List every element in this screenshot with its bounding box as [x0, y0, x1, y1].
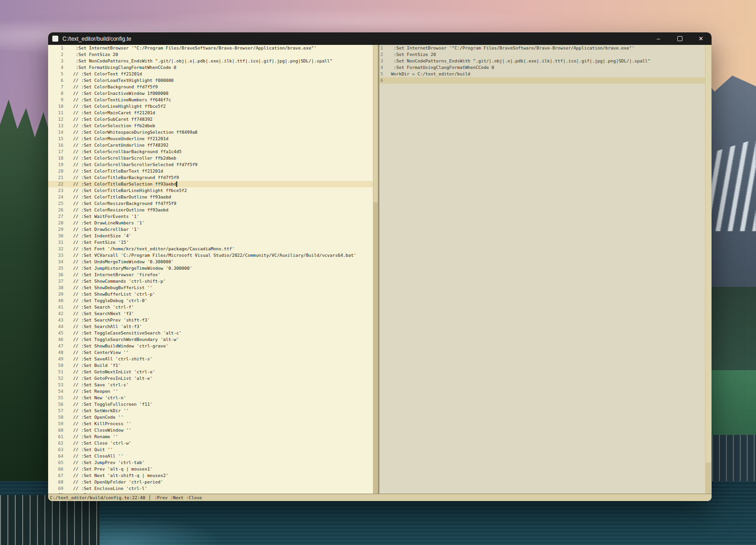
- code-line[interactable]: 63// :Set Quit '': [48, 446, 373, 453]
- code-line[interactable]: 43// :Set SearchPrev 'shift-f3': [48, 317, 373, 323]
- code-line[interactable]: 52// :Set GotoPrevInList 'alt-e': [48, 375, 373, 382]
- code-line[interactable]: 39// :Set ShowBufferList 'ctrl-p': [48, 291, 373, 297]
- code-line[interactable]: 6// :Set ColorLoadTextHighlight f000000: [48, 77, 373, 84]
- code-line[interactable]: 55// :Set New 'ctrl-n': [48, 395, 373, 401]
- code-line[interactable]: 41// :Set Search 'ctrl-f': [48, 304, 373, 310]
- maximize-button[interactable]: [669, 32, 690, 45]
- code-line[interactable]: 50// :Set Build 'f1': [48, 362, 373, 369]
- code-line[interactable]: 36// :Set InternetBrowser 'firefox': [48, 272, 373, 278]
- code-line[interactable]: 6: [379, 77, 705, 84]
- code-line[interactable]: 10// :Set ColorLineHighlight ffbce5f2: [48, 103, 373, 110]
- code-line[interactable]: 3 :Set NonCodePatterns_EndsWith ".git/|.…: [48, 58, 373, 64]
- status-actions[interactable]: :Prev :Next :Close: [155, 495, 202, 500]
- code-line[interactable]: 60// :Set CloseWindow '': [48, 427, 373, 434]
- code-line[interactable]: 44// :Set SearchAll 'alt-f3': [48, 323, 373, 330]
- code-line[interactable]: 13// :Set ColorSelection ffb2dbeb: [48, 123, 373, 129]
- code-line[interactable]: 1 :Set InternetBrowser '"C:/Program File…: [48, 45, 373, 51]
- code-line[interactable]: 65// :Set JumpPrev 'ctrl-tab': [48, 459, 373, 466]
- code-line[interactable]: 15// :Set ColorMouseUnderline ff21201d: [48, 136, 373, 142]
- code-line[interactable]: 57// :Set SetWorkDir '': [48, 408, 373, 414]
- line-text: // :Set ColorTitleBarOutline ff93aebd: [73, 194, 171, 200]
- line-text: // :Set Search 'ctrl-f': [73, 304, 134, 310]
- code-line[interactable]: 58// :Set OpenCode '': [48, 414, 373, 421]
- code-line[interactable]: 29// :Set DrawScrollbar '1': [48, 226, 373, 233]
- line-number: 24: [48, 194, 63, 200]
- line-text: // :Set ColorText ff21201d: [73, 71, 142, 77]
- code-line[interactable]: 45// :Set ToggleCaseSensitiveSearch 'alt…: [48, 330, 373, 336]
- code-line[interactable]: 23// :Set ColorTitleBarLineHighlight ffb…: [48, 187, 373, 194]
- code-line[interactable]: 4 :Set FormatUsingClangFormatWhenCCode 0: [48, 64, 373, 71]
- code-line[interactable]: 16// :Set ColorCaretUnderline ff748392: [48, 142, 373, 149]
- code-line[interactable]: 42// :Set SearchNext 'f3': [48, 310, 373, 317]
- line-text: // :Set EncloseLine 'ctrl-l': [73, 485, 147, 492]
- code-line[interactable]: 54// :Set Reopen '': [48, 388, 373, 395]
- code-line[interactable]: 48// :Set CenterView '': [48, 349, 373, 356]
- code-line[interactable]: 27// :Set WaitForEvents '1': [48, 213, 373, 220]
- code-line[interactable]: 8// :Set ColorInactiveWindow 1f000000: [48, 90, 373, 97]
- code-line[interactable]: 3 :Set NonCodePatterns_EndsWith ".git/|.…: [379, 58, 705, 64]
- code-line[interactable]: 12// :Set ColorSubCaret ff748392: [48, 116, 373, 123]
- code-line[interactable]: 11// :Set ColorMainCaret ff21201d: [48, 110, 373, 116]
- code-line[interactable]: 64// :Set CloseAll '': [48, 453, 373, 459]
- editor-pane-right[interactable]: 1 :Set InternetBrowser '"C:/Program File…: [379, 45, 705, 494]
- code-line[interactable]: 26// :Set ColorResizerOutline ff93aebd: [48, 207, 373, 213]
- code-line[interactable]: 46// :Set ToggleSearchWordBoundary 'alt-…: [48, 336, 373, 343]
- code-line[interactable]: 14// :Set ColorWhitespaceDuringSelection…: [48, 129, 373, 136]
- code-line[interactable]: 18// :Set ColorScrollbarScroller ffb2dbe…: [48, 155, 373, 161]
- code-line[interactable]: 2 :Set FontSize 20: [379, 51, 705, 58]
- code-line[interactable]: 2 :Set FontSize 20: [48, 51, 373, 58]
- code-line[interactable]: 5WorkDir = C:/text_editor/build: [379, 71, 705, 77]
- line-text: // :Set CloseWindow '': [73, 427, 131, 434]
- line-number: 1: [48, 45, 63, 51]
- line-text: // :Set Rename '': [73, 434, 118, 440]
- code-line[interactable]: 9// :Set ColorTextLineNumbers ff646f7c: [48, 97, 373, 103]
- code-line[interactable]: 37// :Set ShowCommands 'ctrl-shift-p': [48, 278, 373, 285]
- code-line[interactable]: 35// :Set JumpHistoryMergeTimeWindow '0.…: [48, 265, 373, 272]
- code-line[interactable]: 61// :Set Rename '': [48, 434, 373, 440]
- code-line[interactable]: 24// :Set ColorTitleBarOutline ff93aebd: [48, 194, 373, 200]
- code-line[interactable]: 53// :Set Save 'ctrl-s': [48, 382, 373, 388]
- line-number: 1: [379, 45, 383, 51]
- code-line[interactable]: 69// :Set EncloseLine 'ctrl-l': [48, 485, 373, 492]
- code-line[interactable]: 66// :Set Prev 'alt-q | mousex1': [48, 466, 373, 472]
- code-line[interactable]: 31// :Set FontSize '15': [48, 239, 373, 246]
- right-pane-scrollbar[interactable]: [705, 45, 712, 494]
- code-line[interactable]: 1 :Set InternetBrowser '"C:/Program File…: [379, 45, 705, 51]
- window-titlebar[interactable]: C:/text_editor/build/config.te – ✕: [48, 32, 712, 45]
- code-line[interactable]: 51// :Set GotoNextInList 'ctrl-e': [48, 369, 373, 375]
- code-line[interactable]: 19// :Set ColorScrollbarScrollerSelected…: [48, 161, 373, 168]
- code-line[interactable]: 68// :Set OpenUpFolder 'ctrl-period': [48, 479, 373, 485]
- code-line[interactable]: 21// :Set ColorTitleBarBackground ffd7f5…: [48, 174, 373, 181]
- code-line[interactable]: 59// :Set KillProcess '': [48, 421, 373, 427]
- line-text: // :Set ColorMainCaret ff21201d: [73, 110, 155, 116]
- code-line[interactable]: 5// :Set ColorText ff21201d: [48, 71, 373, 77]
- code-line[interactable]: 32// :Set Font '/home/krz/text_editor/pa…: [48, 246, 373, 252]
- code-line[interactable]: 47// :Set ShowBuildWindow 'ctrl-grave': [48, 343, 373, 349]
- code-line[interactable]: 17// :Set ColorScrollbarBackground ffa1c…: [48, 149, 373, 155]
- line-number: 59: [48, 421, 63, 427]
- code-line[interactable]: 67// :Set Next 'alt-shift-q | mousex2': [48, 472, 373, 479]
- code-line[interactable]: 38// :Set ShowDebugBufferList '': [48, 285, 373, 291]
- editor-pane-left[interactable]: 1 :Set InternetBrowser '"C:/Program File…: [48, 45, 373, 494]
- left-scrollbar-thumb[interactable]: [373, 45, 378, 202]
- minimize-icon: –: [657, 35, 660, 42]
- right-scrollbar-thumb[interactable]: [706, 45, 711, 463]
- code-line[interactable]: 40// :Set ToggleDebug 'ctrl-0': [48, 297, 373, 304]
- code-line[interactable]: 34// :Set UndoMergeTimeWindow '0.300000': [48, 259, 373, 265]
- code-line[interactable]: 7// :Set ColorBackground ffd7f5f9: [48, 84, 373, 90]
- code-line[interactable]: 62// :Set Close 'ctrl-w': [48, 440, 373, 446]
- code-line[interactable]: 28// :Set DrawLineNumbers '1': [48, 220, 373, 226]
- code-line[interactable]: 25// :Set ColorResizerBackground ffd7f5f…: [48, 200, 373, 207]
- code-line[interactable]: 4 :Set FormatUsingClangFormatWhenCCode 0: [379, 64, 705, 71]
- left-pane-scrollbar[interactable]: [373, 45, 378, 494]
- code-line[interactable]: 20// :Set ColorTitleBarText ff21201d: [48, 168, 373, 174]
- code-line[interactable]: 22// :Set ColorTitleBarSelection ff93aeb…: [48, 181, 373, 187]
- close-button[interactable]: ✕: [690, 32, 712, 45]
- code-line[interactable]: 30// :Set IndentSize '4': [48, 233, 373, 239]
- code-line[interactable]: 49// :Set SaveAll 'ctrl-shift-s': [48, 356, 373, 362]
- line-number: 54: [48, 388, 63, 395]
- code-line[interactable]: 56// :Set ToggleFullscreen 'f11': [48, 401, 373, 408]
- code-line[interactable]: 33// :Set VCVarsall 'C:/Program Files/Mi…: [48, 252, 373, 259]
- line-number: 20: [48, 168, 63, 174]
- minimize-button[interactable]: –: [648, 32, 669, 45]
